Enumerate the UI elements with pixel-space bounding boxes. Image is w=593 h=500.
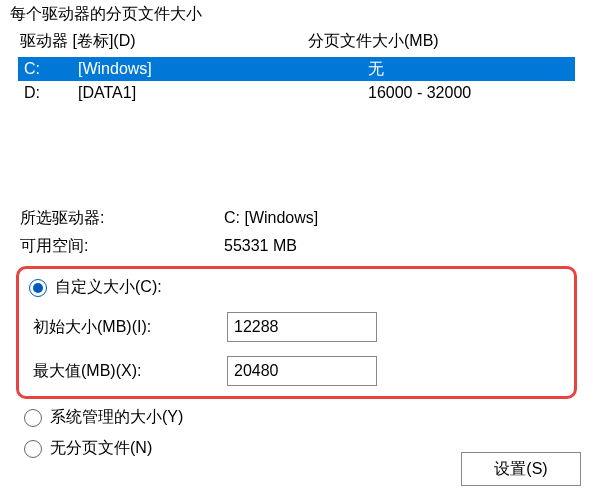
radio-no-pagefile-label: 无分页文件(N) bbox=[50, 438, 152, 459]
max-size-label: 最大值(MB)(X): bbox=[29, 361, 227, 382]
drive-pagefile-size: 16000 - 32000 bbox=[306, 81, 571, 105]
radio-icon bbox=[29, 279, 47, 297]
drive-row[interactable]: D: [DATA1] 16000 - 32000 bbox=[18, 81, 575, 105]
max-size-input[interactable] bbox=[227, 356, 377, 386]
initial-size-label: 初始大小(MB)(I): bbox=[29, 317, 227, 338]
radio-custom-label: 自定义大小(C): bbox=[55, 277, 162, 298]
selected-drive-value: C: [Windows] bbox=[224, 209, 573, 227]
free-space-label: 可用空间: bbox=[20, 236, 224, 257]
column-pagefile-size: 分页文件大小(MB) bbox=[308, 31, 573, 52]
selected-drive-label: 所选驱动器: bbox=[20, 208, 224, 229]
drive-letter: D: bbox=[22, 81, 78, 105]
drive-letter: C: bbox=[22, 57, 78, 81]
drive-pagefile-size: 无 bbox=[306, 57, 571, 81]
custom-size-group: 自定义大小(C): 初始大小(MB)(I): 最大值(MB)(X): bbox=[16, 266, 577, 399]
drive-list-header: 驱动器 [卷标](D) 分页文件大小(MB) bbox=[8, 29, 585, 56]
section-title: 每个驱动器的分页文件大小 bbox=[10, 4, 585, 25]
virtual-memory-panel: 每个驱动器的分页文件大小 驱动器 [卷标](D) 分页文件大小(MB) C: [… bbox=[0, 0, 593, 500]
radio-icon bbox=[24, 409, 42, 427]
set-button[interactable]: 设置(S) bbox=[461, 452, 581, 486]
drive-row[interactable]: C: [Windows] 无 bbox=[18, 57, 575, 81]
drive-info: 所选驱动器: C: [Windows] 可用空间: 55331 MB bbox=[20, 204, 573, 260]
drive-list[interactable]: C: [Windows] 无 D: [DATA1] 16000 - 32000 bbox=[18, 56, 575, 186]
drive-volume-label: [Windows] bbox=[78, 57, 306, 81]
initial-size-input[interactable] bbox=[227, 312, 377, 342]
free-space-value: 55331 MB bbox=[224, 237, 573, 255]
radio-icon bbox=[24, 440, 42, 458]
radio-system-managed-label: 系统管理的大小(Y) bbox=[50, 407, 183, 428]
radio-custom-size[interactable]: 自定义大小(C): bbox=[29, 277, 564, 298]
drive-volume-label: [DATA1] bbox=[78, 81, 306, 105]
column-drive-label: 驱动器 [卷标](D) bbox=[20, 31, 308, 52]
radio-system-managed[interactable]: 系统管理的大小(Y) bbox=[24, 407, 573, 428]
